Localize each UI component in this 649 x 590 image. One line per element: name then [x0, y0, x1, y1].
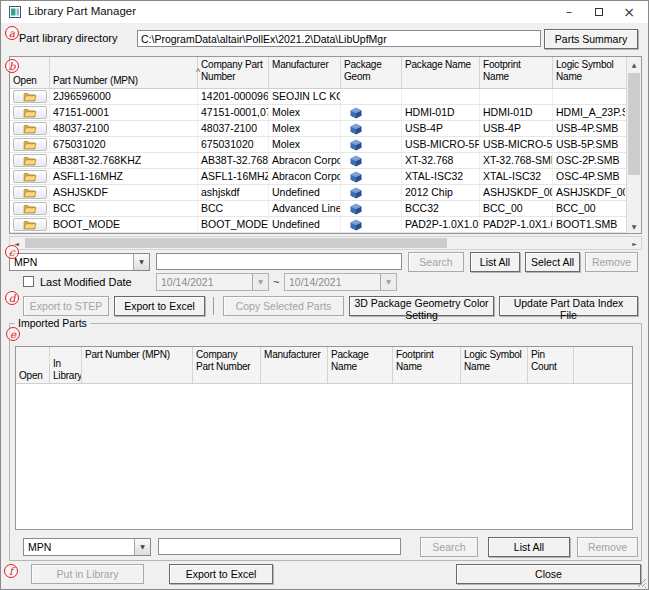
library-search-input[interactable]	[156, 253, 402, 270]
date-from-picker[interactable]: 10/14/2021 ▼	[156, 273, 269, 291]
horizontal-scrollbar[interactable]: ◄ ►	[9, 236, 642, 250]
open-folder-button[interactable]	[13, 138, 47, 151]
open-folder-button[interactable]	[13, 154, 47, 167]
imported-search-input[interactable]	[158, 538, 401, 555]
cell-footprint: ASHJSKDF_00,AS	[480, 185, 553, 200]
col-filler	[574, 347, 632, 383]
annotation-a: a	[5, 26, 19, 40]
cell-company: ASFL1-16MHZ,07	[198, 169, 269, 184]
date-from-value: 10/14/2021	[161, 276, 214, 288]
cell-company: 48037-2100	[198, 121, 269, 136]
table-row[interactable]: BOOT_MODE BOOT_MODE,070 Undefined PAD2P-…	[10, 217, 641, 233]
open-folder-button[interactable]	[13, 186, 47, 199]
annotation-d: d	[5, 291, 19, 305]
cell-footprint: XT-32.768-SMD	[480, 153, 553, 168]
part-library-directory-field[interactable]	[137, 30, 541, 47]
close-dialog-button[interactable]: Close	[456, 564, 641, 584]
scroll-down-icon[interactable]: ▼	[627, 219, 641, 233]
footer-export-to-excel-button[interactable]: Export to Excel	[169, 564, 273, 584]
col-logic-symbol-name[interactable]: Logic Symbol Name	[461, 347, 528, 383]
search-field-select[interactable]: MPN ▼	[9, 253, 150, 271]
chevron-down-icon[interactable]: ▼	[134, 539, 150, 555]
cell-package: BCC32	[402, 201, 480, 216]
copy-selected-parts-button[interactable]: Copy Selected Parts	[223, 296, 344, 316]
put-in-library-button[interactable]: Put in Library	[31, 564, 144, 584]
col-manufacturer[interactable]: Manufacturer	[261, 347, 328, 383]
open-folder-button[interactable]	[13, 218, 47, 231]
chevron-down-icon[interactable]: ▼	[380, 274, 396, 290]
open-folder-button[interactable]	[13, 202, 47, 215]
open-folder-button[interactable]	[13, 90, 47, 103]
col-package-name[interactable]: Package Name	[402, 57, 480, 88]
col-pin-count[interactable]: Pin Count	[528, 347, 574, 383]
imported-remove-button[interactable]: Remove	[577, 537, 638, 557]
open-folder-button[interactable]	[13, 106, 47, 119]
open-cell	[10, 169, 50, 184]
remove-button[interactable]: Remove	[585, 252, 638, 272]
scroll-up-icon[interactable]: ▲	[627, 57, 641, 71]
close-button[interactable]: ×	[614, 1, 644, 23]
col-footprint-name[interactable]: Footprint Name	[393, 347, 461, 383]
vertical-scrollbar-thumb[interactable]	[628, 73, 640, 175]
update-part-data-index-button[interactable]: Update Part Data Index File	[499, 296, 638, 316]
col-in-library[interactable]: In Library	[50, 347, 82, 383]
imported-search-field-select[interactable]: MPN ▼	[23, 538, 151, 556]
cell-package: HDMI-01D	[402, 105, 480, 120]
col-part-number[interactable]: Part Number (MPN)	[82, 347, 193, 383]
date-to-picker[interactable]: 10/14/2021 ▼	[284, 273, 397, 291]
scroll-right-icon[interactable]: ►	[628, 237, 641, 249]
list-all-button[interactable]: List All	[470, 252, 520, 272]
imported-search-button[interactable]: Search	[420, 537, 478, 557]
chevron-down-icon[interactable]: ▼	[252, 274, 268, 290]
table-row[interactable]: 2J96596000 14201-000096,A, SEOJIN LC KOR…	[10, 89, 641, 105]
col-manufacturer[interactable]: Manufacturer	[269, 57, 341, 88]
parts-summary-button[interactable]: Parts Summary	[544, 29, 638, 49]
cell-logic: OSC-4P.SMB	[553, 169, 625, 184]
resize-grip[interactable]	[636, 577, 647, 588]
select-all-button[interactable]: Select All	[525, 252, 580, 272]
open-folder-button[interactable]	[13, 170, 47, 183]
last-modified-date-checkbox[interactable]	[23, 276, 34, 287]
col-part-number[interactable]: Part Number (MPN)	[50, 57, 198, 88]
minimize-button[interactable]: –	[554, 1, 584, 23]
vertical-scrollbar[interactable]: ▲ ▼	[626, 57, 641, 233]
cell-logic: HDMI_A_23P.SMB	[553, 105, 625, 120]
annotation-f: f	[4, 564, 18, 578]
cell-mpn: ASFL1-16MHZ	[50, 169, 198, 184]
search-button[interactable]: Search	[408, 252, 464, 272]
export-to-excel-button[interactable]: Export to Excel	[114, 296, 205, 316]
table-row[interactable]: ASHJSKDF ashjskdf Undefined 2012 Chip AS…	[10, 185, 641, 201]
sort-ascending-icon: ^	[196, 67, 200, 77]
table-row[interactable]: ASFL1-16MHZ ASFL1-16MHZ,07 Abracon Corpo…	[10, 169, 641, 185]
col-company-part-number[interactable]: Company Part Number	[193, 347, 261, 383]
package-geometry-color-setting-button[interactable]: 3D Package Geometry Color Setting	[349, 296, 494, 316]
col-open[interactable]: Open	[16, 347, 50, 383]
table-row[interactable]: 675031020 675031020 Molex USB-MICRO-5P U…	[10, 137, 641, 153]
package-3d-icon	[350, 139, 362, 151]
maximize-icon	[595, 8, 603, 16]
cell-logic: OSC-2P.SMB	[553, 153, 625, 168]
table-row[interactable]: BCC BCC Advanced Linear BCC32 BCC_00 BCC…	[10, 201, 641, 217]
horizontal-scrollbar-thumb[interactable]	[25, 238, 447, 248]
table-row[interactable]: 48037-2100 48037-2100 Molex USB-4P USB-4…	[10, 121, 641, 137]
open-cell	[10, 153, 50, 168]
cell-logic: USB-4P.SMB	[553, 121, 625, 136]
cell-geom	[341, 105, 402, 120]
chevron-down-icon[interactable]: ▼	[133, 254, 149, 270]
col-company-part-number[interactable]: Company Part Number	[198, 57, 269, 88]
open-folder-button[interactable]	[13, 122, 47, 135]
cell-manufacturer: SEOJIN LC KOREA	[269, 89, 341, 104]
col-package-geom[interactable]: Package Geom	[341, 57, 402, 88]
col-package-name[interactable]: Package Name	[328, 347, 393, 383]
maximize-button[interactable]	[584, 1, 614, 23]
cell-geom	[341, 185, 402, 200]
cell-company: BOOT_MODE,070	[198, 217, 269, 232]
package-3d-icon	[350, 219, 362, 231]
imported-list-all-button[interactable]: List All	[488, 537, 570, 557]
table-row[interactable]: 47151-0001 47151-0001,0712 Molex HDMI-01…	[10, 105, 641, 121]
open-cell	[10, 201, 50, 216]
export-to-step-button[interactable]: Export to STEP	[23, 296, 109, 316]
col-footprint-name[interactable]: Footprint Name	[480, 57, 553, 88]
table-row[interactable]: AB38T-32.768KHZ AB38T-32.768KH Abracon C…	[10, 153, 641, 169]
col-logic-symbol-name[interactable]: Logic Symbol Name	[553, 57, 625, 88]
